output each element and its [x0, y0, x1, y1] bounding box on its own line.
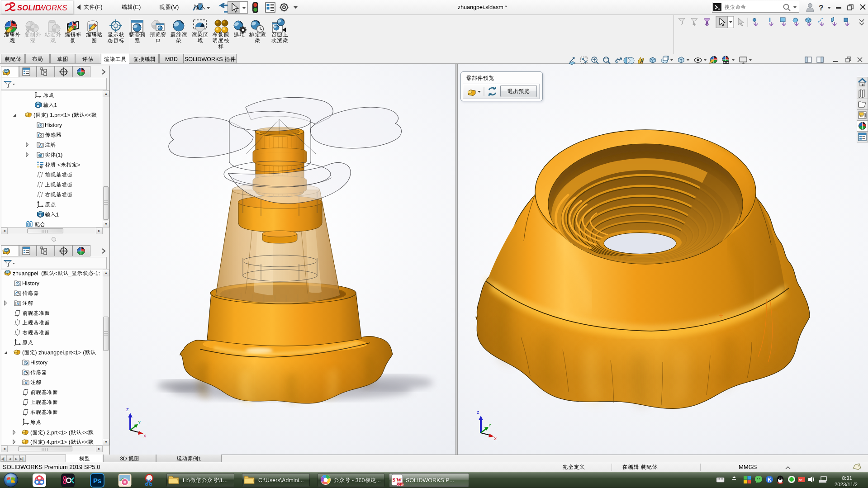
svg-text:WORKS: WORKS [38, 4, 67, 12]
svg-text:SOLID: SOLID [17, 4, 41, 12]
